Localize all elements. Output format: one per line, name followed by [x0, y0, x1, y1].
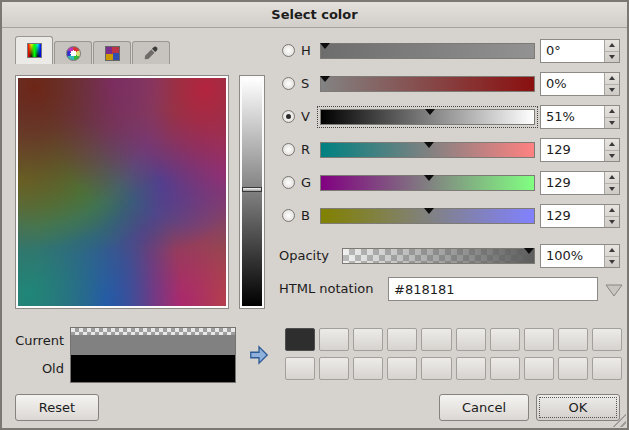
- color-history-palette: [285, 328, 622, 380]
- spin-down-icon[interactable]: [605, 257, 619, 268]
- spin-down-icon[interactable]: [605, 118, 619, 129]
- cancel-button[interactable]: Cancel: [439, 394, 529, 421]
- radio-v[interactable]: [282, 110, 295, 123]
- html-notation-input[interactable]: [388, 277, 598, 301]
- palette-cell[interactable]: [456, 328, 486, 351]
- slider-v-marker[interactable]: [425, 109, 435, 115]
- spinner-buttons: [604, 40, 619, 62]
- spinner-buttons: [604, 172, 619, 194]
- radio-h[interactable]: [282, 44, 295, 57]
- slider-s-marker[interactable]: [320, 76, 330, 82]
- select-color-dialog: { "window": { "title": "Select color" },…: [0, 0, 629, 430]
- alpha-checker-strip: [71, 328, 235, 335]
- radio-g[interactable]: [282, 176, 295, 189]
- palette-cell[interactable]: [387, 328, 417, 351]
- palette-cell[interactable]: [387, 357, 417, 380]
- spinner-buttons: [604, 245, 619, 267]
- slider-r[interactable]: [320, 142, 535, 158]
- channel-row-r: R 129: [274, 137, 622, 163]
- current-color-swatch: [71, 328, 235, 355]
- channel-b-label: B: [301, 203, 310, 229]
- palette-cell[interactable]: [285, 328, 315, 351]
- spinbox-opacity[interactable]: 100%: [540, 244, 620, 268]
- palette-cell[interactable]: [558, 357, 588, 380]
- palette-cell[interactable]: [353, 357, 383, 380]
- spin-up-icon[interactable]: [605, 139, 619, 151]
- slider-b[interactable]: [320, 208, 535, 224]
- channel-g-label: G: [301, 170, 311, 196]
- tab-wheel-selector[interactable]: [54, 41, 92, 64]
- palette-cell[interactable]: [592, 357, 622, 380]
- spinbox-s-value: 0%: [546, 73, 567, 95]
- spin-up-icon[interactable]: [605, 245, 619, 257]
- chevron-down-icon[interactable]: [605, 283, 623, 297]
- color-comparison: [70, 327, 236, 383]
- opacity-row: Opacity 100%: [274, 243, 622, 269]
- channel-row-b: B 129: [274, 203, 622, 229]
- channel-v-label: V: [301, 104, 310, 130]
- spin-down-icon[interactable]: [605, 85, 619, 96]
- tab-square-selector[interactable]: [15, 36, 53, 64]
- slider-s[interactable]: [320, 76, 535, 92]
- spinbox-h[interactable]: 0°: [540, 39, 620, 63]
- slider-g-marker[interactable]: [424, 175, 434, 181]
- spin-up-icon[interactable]: [605, 73, 619, 85]
- slider-h[interactable]: [320, 43, 535, 59]
- opacity-marker[interactable]: [524, 248, 534, 254]
- palette-cell[interactable]: [456, 357, 486, 380]
- palette-cell[interactable]: [421, 328, 451, 351]
- ok-button[interactable]: OK: [536, 394, 620, 421]
- palette-cell[interactable]: [490, 357, 520, 380]
- slider-b-marker[interactable]: [424, 208, 434, 214]
- color-area-frame: [15, 75, 229, 309]
- palette-cell[interactable]: [319, 357, 349, 380]
- spin-down-icon[interactable]: [605, 217, 619, 228]
- channel-s-label: S: [301, 71, 309, 97]
- window-titlebar[interactable]: Select color: [2, 2, 627, 28]
- slider-v[interactable]: [320, 109, 535, 125]
- palette-cell[interactable]: [490, 328, 520, 351]
- opacity-slider[interactable]: [342, 248, 535, 264]
- spin-up-icon[interactable]: [605, 106, 619, 118]
- palette-cell[interactable]: [421, 357, 451, 380]
- value-strip-marker[interactable]: [242, 187, 262, 192]
- channel-row-h: H 0°: [274, 38, 622, 64]
- tab-palette-selector[interactable]: [93, 41, 131, 64]
- radio-s[interactable]: [282, 77, 295, 90]
- spinbox-b[interactable]: 129: [540, 204, 620, 228]
- palette-cell[interactable]: [558, 328, 588, 351]
- channel-panel: H 0° S 0% V: [274, 38, 622, 318]
- radio-b[interactable]: [282, 209, 295, 222]
- slider-r-marker[interactable]: [424, 142, 434, 148]
- palette-cell[interactable]: [524, 328, 554, 351]
- spin-down-icon[interactable]: [605, 184, 619, 195]
- right-arrow-icon: [248, 343, 270, 367]
- value-strip[interactable]: [242, 78, 262, 306]
- html-notation-row: HTML notation: [274, 276, 622, 302]
- palette-cell[interactable]: [524, 357, 554, 380]
- spin-up-icon[interactable]: [605, 172, 619, 184]
- reset-button[interactable]: Reset: [15, 394, 99, 421]
- palette-cell[interactable]: [319, 328, 349, 351]
- palette-cell[interactable]: [353, 328, 383, 351]
- spin-down-icon[interactable]: [605, 52, 619, 63]
- opacity-label: Opacity: [279, 243, 329, 269]
- spinner-buttons: [604, 205, 619, 227]
- spin-up-icon[interactable]: [605, 40, 619, 52]
- spinbox-v[interactable]: 51%: [540, 105, 620, 129]
- spinbox-r[interactable]: 129: [540, 138, 620, 162]
- palette-cell[interactable]: [592, 328, 622, 351]
- slider-g[interactable]: [320, 175, 535, 191]
- channel-h-label: H: [301, 38, 311, 64]
- spinner-buttons: [604, 106, 619, 128]
- spin-up-icon[interactable]: [605, 205, 619, 217]
- tab-picker-selector[interactable]: [132, 41, 170, 64]
- spin-down-icon[interactable]: [605, 151, 619, 162]
- palette-cell[interactable]: [285, 357, 315, 380]
- spinbox-s[interactable]: 0%: [540, 72, 620, 96]
- slider-h-marker[interactable]: [320, 43, 330, 49]
- store-color-button[interactable]: [242, 332, 276, 378]
- spinbox-g[interactable]: 129: [540, 171, 620, 195]
- radio-r[interactable]: [282, 143, 295, 156]
- hue-saturation-area[interactable]: [18, 78, 226, 306]
